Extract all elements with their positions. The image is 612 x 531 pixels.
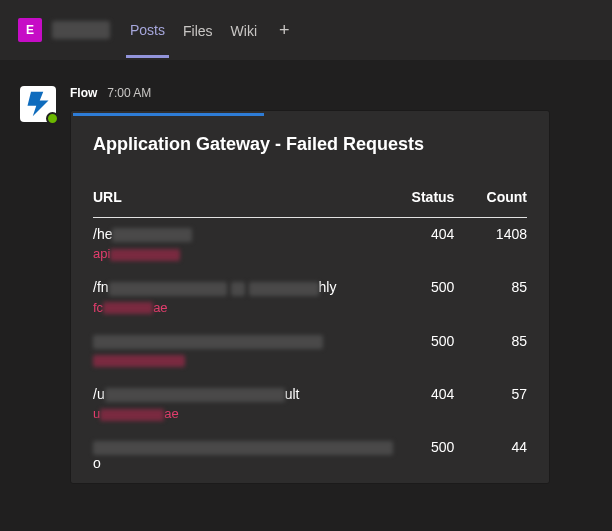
failed-requests-table: URL Status Count /he 404 1408 (93, 189, 527, 473)
svg-marker-0 (28, 92, 49, 117)
message-meta: Flow 7:00 AM (70, 86, 594, 100)
sender-name[interactable]: Flow (70, 86, 97, 100)
table-row: o 500 44 (93, 431, 527, 473)
table-row-host: uae (93, 404, 527, 431)
table-row-host: api (93, 244, 527, 271)
table-row-host: fcae (93, 298, 527, 325)
message-timestamp: 7:00 AM (107, 86, 151, 100)
card-title: Application Gateway - Failed Requests (93, 134, 527, 155)
team-avatar[interactable]: E (18, 18, 42, 42)
channel-header: E Posts Files Wiki + (0, 0, 612, 60)
table-row: 500 85 (93, 325, 527, 351)
adaptive-card: Application Gateway - Failed Requests UR… (70, 110, 550, 484)
table-row: /uult 404 57 (93, 378, 527, 404)
col-count: Count (460, 189, 527, 218)
table-row: /he 404 1408 (93, 218, 527, 244)
presence-available-icon (46, 112, 59, 125)
sender-avatar[interactable] (20, 86, 56, 122)
team-name-redacted (52, 21, 110, 39)
col-url: URL (93, 189, 393, 218)
col-status: Status (393, 189, 460, 218)
tab-files[interactable]: Files (179, 4, 217, 56)
table-row-host (93, 351, 527, 378)
tab-wiki[interactable]: Wiki (227, 4, 261, 56)
tab-posts[interactable]: Posts (126, 3, 169, 58)
table-row: /fnhly 500 85 (93, 271, 527, 297)
add-tab-button[interactable]: + (271, 20, 298, 41)
